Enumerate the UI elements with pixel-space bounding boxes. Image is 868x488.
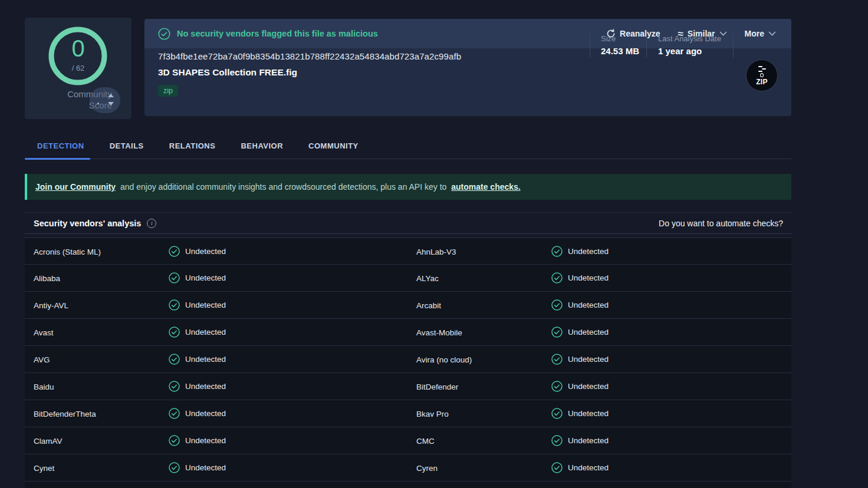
undetected-label: Undetected [568,247,609,256]
undetected-check-icon [551,381,563,392]
undetected-label: Undetected [568,273,609,282]
file-name: 3D SHAPES Collection FREE.fig [158,67,297,78]
undetected-label: Undetected [568,355,609,364]
vendor-name: Avast-Mobile [416,328,462,337]
undetected-check-icon [169,462,180,473]
undetected-label: Undetected [185,463,226,472]
vendor-name: Cynet [34,464,54,473]
file-size-block: Size 24.53 MB [601,34,639,56]
vendor-status: Undetected [551,272,609,283]
vendor-name: ALYac [416,274,439,283]
undetected-label: Undetected [568,436,609,445]
size-value: 24.53 MB [601,46,639,56]
last-analysis-block: Last Analysis Date 1 year ago [658,34,721,56]
banner-text: and enjoy additional community insights … [118,182,449,192]
undetected-label: Undetected [185,355,226,364]
undetected-check-icon [551,272,563,283]
undetected-check-icon [169,435,180,446]
undetected-check-icon [551,354,563,365]
undetected-check-icon [551,408,563,419]
last-analysis-label: Last Analysis Date [658,34,721,43]
vendor-name: Avira (no cloud) [416,355,472,364]
vendor-status: Undetected [551,246,609,257]
zipper-pull-icon [760,73,764,77]
undetected-check-icon [551,246,563,257]
vendor-name: Cyren [416,464,438,473]
vendor-name: Arcabit [416,301,441,310]
table-row: BaiduUndetectedBitDefenderUndetected [25,373,791,400]
undetected-check-icon [169,299,180,311]
info-icon[interactable]: i [147,219,156,228]
file-hash[interactable]: 7f3b4fbe1ee72ba7a0f9b8354b13821b788ff224… [158,51,461,61]
stepper-dot-icon [97,103,99,104]
join-community-link[interactable]: Join our Community [35,182,116,192]
undetected-check-icon [551,299,563,311]
table-row: CynetUndetectedCyrenUndetected [25,454,791,482]
vendor-status: Undetected [169,435,226,446]
zip-file-badge: ZIP [746,60,778,91]
more-button[interactable]: More [745,29,776,38]
vendor-status: Undetected [169,327,226,338]
undetected-check-icon [551,435,563,446]
table-row: AlibabaUndetectedALYacUndetected [25,265,791,292]
undetected-check-icon [169,408,180,419]
undetected-label: Undetected [185,409,226,418]
divider [590,34,590,57]
file-type-tag[interactable]: zip [158,85,178,97]
vendor-name: ClamAV [34,437,63,446]
undetected-label: Undetected [185,382,226,391]
size-label: Size [601,34,639,43]
stepper-up-icon[interactable] [108,94,114,97]
status-message: No security vendors flagged this file as… [177,29,378,38]
vendor-name: CMC [416,437,435,446]
undetected-check-icon [169,327,180,338]
undetected-label: Undetected [568,328,609,337]
vendor-name: BitDefender [416,383,458,391]
vendor-status: Undetected [551,462,609,473]
vendor-status: Undetected [551,435,609,446]
vendor-name: Baidu [34,383,54,391]
vendor-status: Undetected [169,462,226,473]
zipper-icon [760,65,764,72]
score-value: 0 [25,35,131,62]
tab-community[interactable]: COMMUNITY [308,141,359,150]
undetected-check-icon [551,462,563,473]
chevron-down-icon [768,31,776,36]
undetected-label: Undetected [185,328,226,337]
tab-detection[interactable]: DETECTION [37,141,84,150]
vendor-status: Undetected [551,381,609,392]
vendors-table: Acronis (Static ML)UndetectedAhnLab-V3Un… [25,234,791,488]
vendor-status: Undetected [169,299,226,311]
last-analysis-value: 1 year ago [658,46,721,56]
analysis-section-header: Security vendors' analysis i Do you want… [25,212,791,234]
score-total: / 62 [25,64,131,72]
vendor-name: Acronis (Static ML) [34,248,101,256]
vendor-status: Undetected [551,299,609,311]
tab-behavior[interactable]: BEHAVIOR [241,141,283,150]
tab-relations[interactable]: RELATIONS [169,141,216,150]
table-row: AvastUndetectedAvast-MobileUndetected [25,319,791,346]
vendor-name: AVG [34,355,50,364]
score-stepper[interactable] [90,87,120,113]
vendor-name: Bkav Pro [416,410,449,418]
undetected-check-icon [551,327,563,338]
community-banner: Join our Community and enjoy additional … [25,174,791,200]
vendor-name: AhnLab-V3 [416,248,456,256]
automate-checks-link[interactable]: automate checks. [451,182,521,192]
zip-badge-label: ZIP [756,78,768,86]
tab-bar: DETECTIONDETAILSRELATIONSBEHAVIORCOMMUNI… [25,133,791,159]
file-header-card: No security vendors flagged this file as… [144,19,791,116]
vendor-status: Undetected [169,272,226,283]
automate-checks-prompt[interactable]: Do you want to automate checks? [659,219,783,228]
status-check-icon [158,28,170,40]
undetected-label: Undetected [185,247,226,256]
undetected-label: Undetected [568,409,609,418]
community-score-card: 0 / 62 Community Score [25,18,131,119]
undetected-label: Undetected [568,382,609,391]
tab-details[interactable]: DETAILS [110,141,144,150]
undetected-check-icon [169,354,180,365]
stepper-down-icon[interactable] [108,102,114,105]
vendor-status: Undetected [551,354,609,365]
table-row: BitDefenderThetaUndetectedBkav ProUndete… [25,400,791,427]
table-row: Antiy-AVLUndetectedArcabitUndetected [25,292,791,319]
